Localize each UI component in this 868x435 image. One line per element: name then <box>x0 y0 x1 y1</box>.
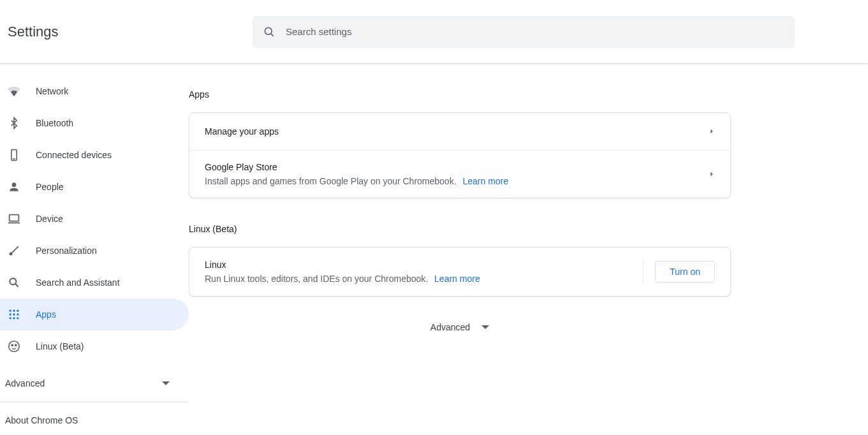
svg-point-8 <box>10 278 16 284</box>
sidebar-item-apps[interactable]: Apps <box>0 299 189 330</box>
main-content: Apps Manage your apps Google Play Store … <box>189 64 868 425</box>
turn-on-button[interactable]: Turn on <box>655 261 715 283</box>
apps-card: Manage your apps Google Play Store Insta… <box>189 112 731 198</box>
sidebar-item-label: Personalization <box>36 246 97 256</box>
sidebar-item-label: Network <box>36 86 68 96</box>
row-subtitle: Run Linux tools, editors, and IDEs on yo… <box>205 274 636 284</box>
svg-point-4 <box>12 182 17 187</box>
sidebar-item-label: Connected devices <box>36 150 112 160</box>
chevron-down-icon <box>482 325 489 329</box>
svg-point-16 <box>10 317 11 319</box>
search-icon <box>263 26 276 38</box>
main-advanced-toggle[interactable]: Advanced <box>189 322 731 332</box>
svg-line-1 <box>271 33 274 36</box>
svg-point-0 <box>265 27 272 34</box>
sidebar-about[interactable]: About Chrome OS <box>0 402 189 425</box>
sidebar-item-label: Device <box>36 214 63 224</box>
sidebar-item-label: Linux (Beta) <box>36 341 84 351</box>
sidebar-about-label: About Chrome OS <box>5 415 78 425</box>
row-linux: Linux Run Linux tools, editors, and IDEs… <box>189 247 730 296</box>
sidebar-item-network[interactable]: Network <box>0 75 189 107</box>
svg-point-12 <box>17 310 18 312</box>
wifi-icon <box>6 84 22 99</box>
svg-rect-5 <box>10 215 19 221</box>
svg-point-14 <box>13 313 15 315</box>
chevron-right-icon <box>709 128 715 135</box>
sidebar-item-search-assistant[interactable]: Search and Assistant <box>0 267 189 299</box>
main-advanced-label: Advanced <box>430 322 470 332</box>
section-title-linux: Linux (Beta) <box>189 224 731 234</box>
sidebar-item-personalization[interactable]: Personalization <box>0 235 189 267</box>
row-google-play-store[interactable]: Google Play Store Install apps and games… <box>189 150 730 198</box>
sidebar-item-people[interactable]: People <box>0 171 189 203</box>
sidebar-item-device[interactable]: Device <box>0 203 189 235</box>
row-subtitle: Install apps and games from Google Play … <box>205 176 709 186</box>
chevron-down-icon <box>162 381 170 385</box>
person-icon <box>6 179 22 195</box>
learn-more-link[interactable]: Learn more <box>434 274 480 284</box>
linux-card: Linux Run Linux tools, editors, and IDEs… <box>189 247 731 297</box>
search-icon <box>6 275 22 290</box>
svg-point-10 <box>10 310 11 312</box>
search-bar[interactable] <box>253 16 795 48</box>
section-title-apps: Apps <box>189 89 731 100</box>
laptop-icon <box>6 211 22 226</box>
sidebar-item-label: Bluetooth <box>36 118 73 128</box>
svg-point-20 <box>11 344 13 346</box>
page-title: Settings <box>0 24 253 40</box>
svg-point-18 <box>17 317 18 319</box>
svg-point-15 <box>17 313 18 315</box>
penguin-icon <box>6 339 22 354</box>
sidebar-advanced-label: Advanced <box>5 378 45 388</box>
learn-more-link[interactable]: Learn more <box>462 176 508 186</box>
sidebar-item-label: People <box>36 182 64 192</box>
sidebar-item-label: Search and Assistant <box>36 277 120 288</box>
phone-icon <box>6 147 22 163</box>
svg-point-19 <box>9 341 20 352</box>
sidebar-advanced-toggle[interactable]: Advanced <box>0 367 189 399</box>
row-title: Google Play Store <box>205 162 709 172</box>
chevron-right-icon <box>709 171 715 177</box>
apps-icon <box>6 307 22 322</box>
svg-line-9 <box>15 284 18 287</box>
header: Settings <box>0 0 868 64</box>
sidebar-item-label: Apps <box>36 309 56 320</box>
row-title: Linux <box>205 260 636 270</box>
divider <box>643 259 644 284</box>
svg-point-21 <box>15 344 17 346</box>
sidebar-item-linux-beta[interactable]: Linux (Beta) <box>0 330 189 362</box>
sidebar-item-bluetooth[interactable]: Bluetooth <box>0 107 189 139</box>
sidebar-item-connected-devices[interactable]: Connected devices <box>0 139 189 171</box>
svg-point-11 <box>13 310 15 312</box>
brush-icon <box>6 243 22 258</box>
svg-point-13 <box>10 313 11 315</box>
svg-point-7 <box>10 253 11 254</box>
bluetooth-icon <box>6 115 22 131</box>
row-title: Manage your apps <box>205 126 709 136</box>
svg-point-17 <box>13 317 15 319</box>
sidebar: Network Bluetooth Connected devices Peop… <box>0 64 189 425</box>
row-manage-apps[interactable]: Manage your apps <box>189 113 730 150</box>
search-input[interactable] <box>286 26 784 37</box>
